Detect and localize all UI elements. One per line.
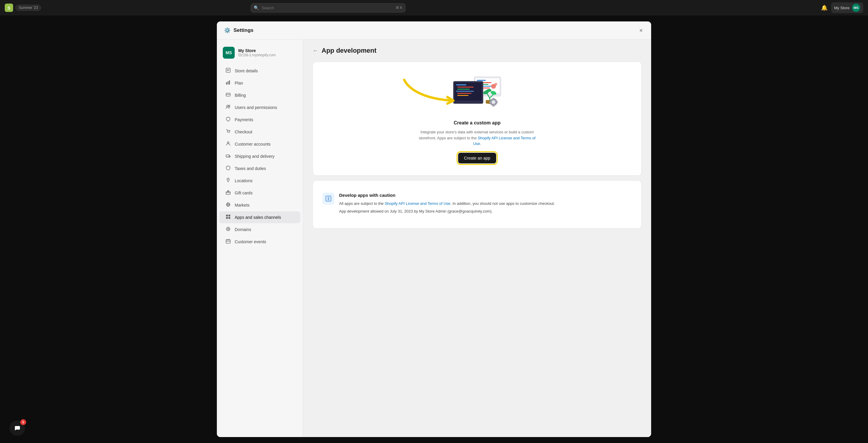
svg-text:S: S bbox=[7, 6, 10, 10]
bell-icon[interactable]: 🔔 bbox=[821, 4, 828, 11]
avatar: MS bbox=[852, 4, 860, 12]
topbar-logo: S Summer '23 bbox=[5, 4, 41, 12]
search-container: 🔍 ⌘ K bbox=[251, 3, 405, 12]
search-icon: 🔍 bbox=[254, 5, 259, 10]
store-name-label: My Store bbox=[834, 6, 849, 10]
topbar-right: 🔔 My Store MS bbox=[821, 2, 863, 13]
topbar: S Summer '23 🔍 ⌘ K 🔔 My Store MS bbox=[0, 0, 868, 16]
search-input[interactable] bbox=[251, 3, 405, 12]
store-selector[interactable]: My Store MS bbox=[831, 2, 863, 13]
summer-badge: Summer '23 bbox=[16, 5, 41, 11]
search-kbd: ⌘ K bbox=[396, 6, 402, 10]
shopify-logo-icon: S bbox=[5, 4, 13, 12]
